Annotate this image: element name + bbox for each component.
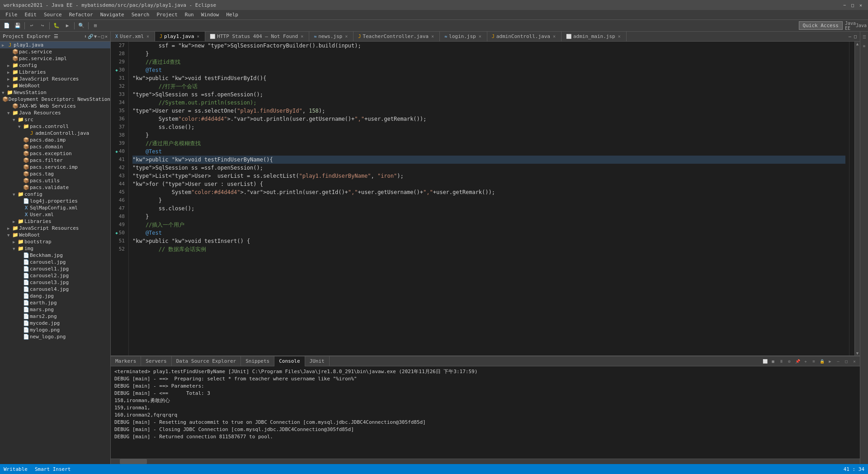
menu-item-help[interactable]: Help [222, 11, 242, 19]
tree-item[interactable]: 📄new_logo.png [0, 333, 110, 340]
tab-close[interactable]: × [430, 34, 435, 39]
tree-item[interactable]: 📦pacs.domain [0, 143, 110, 150]
tree-item[interactable]: 📦pacs.dao.imp [0, 137, 110, 143]
bottom-tab-markers[interactable]: Markers [111, 356, 141, 366]
new-console-btn[interactable]: + [802, 358, 809, 365]
pe-maximize[interactable]: □ [101, 34, 104, 39]
maximize-button[interactable]: □ [849, 1, 856, 9]
console-output[interactable]: <terminated> play1.testFindUserByName [J… [111, 366, 860, 459]
tab-close[interactable]: × [146, 34, 150, 39]
tree-item[interactable]: ▼📁img [0, 245, 110, 252]
tree-item[interactable]: 📦pacs.tag [0, 171, 110, 177]
maximize-btn[interactable]: □ [843, 358, 850, 365]
editor-tab-teacher-controller[interactable]: JTeacherController.java× [354, 32, 440, 42]
tree-item[interactable]: 📄carousel1.jpg [0, 265, 110, 272]
code-content[interactable]: ssf = "kw">new "type">SqlSessionFactoryB… [129, 42, 849, 356]
tree-item[interactable]: ▶📁Libraries [0, 69, 110, 76]
tree-item[interactable]: ▶📁JavaScript Resources [0, 76, 110, 82]
menu-item-project[interactable]: Project [153, 11, 181, 19]
editor-tab-news-jsp[interactable]: ≈news.jsp× [309, 32, 354, 42]
pe-minimize[interactable]: – [98, 34, 100, 39]
toolbar-perspective[interactable]: ⊞ [90, 21, 100, 30]
pe-collapse-all[interactable]: ⬇ [84, 34, 87, 39]
bottom-tab-datasource[interactable]: Data Source Explorer [172, 356, 241, 366]
tree-item[interactable]: XUser.xml [0, 211, 110, 218]
tree-item[interactable]: 📄log4j.properties [0, 198, 110, 204]
clear-btn[interactable]: ⬜ [761, 358, 769, 365]
bottom-tab-console[interactable]: Console [274, 356, 305, 366]
tree-item[interactable]: 📄carousel4.jpg [0, 286, 110, 293]
pause-btn[interactable]: ⏸ [778, 358, 785, 365]
minimize-button[interactable]: − [841, 1, 848, 9]
tree-item[interactable]: 📦pac.service [0, 48, 110, 55]
minimize-btn[interactable]: – [835, 358, 842, 365]
editor-tab-play1-java[interactable]: Jplay1.java× [155, 32, 205, 42]
toolbar-redo[interactable]: ↪ [38, 21, 47, 30]
menu-item-source[interactable]: Source [40, 11, 66, 19]
tree-item[interactable]: ▶📁Libraries [0, 218, 110, 225]
tree-item[interactable]: 📦pacs.exception [0, 150, 110, 157]
toolbar-save[interactable]: 💾 [13, 21, 23, 30]
tree-item[interactable]: 📄mars.png [0, 306, 110, 313]
pe-close[interactable]: ✕ [105, 34, 108, 39]
close-button[interactable]: ✕ [857, 1, 864, 9]
scroll-bottom[interactable]: ▼ [856, 351, 859, 356]
tab-close[interactable]: × [344, 34, 349, 39]
tree-item[interactable]: 📄dang.jpg [0, 293, 110, 299]
tree-item[interactable]: JadminControll.java [0, 130, 110, 137]
tree-item[interactable]: 📦pacs.filter [0, 157, 110, 164]
tree-item[interactable]: 📄carousel.jpg [0, 259, 110, 265]
bottom-tab-snippets[interactable]: Snippets [241, 356, 274, 366]
menu-item-refactor[interactable]: Refactor [66, 11, 97, 19]
tree-item[interactable]: 📄mylogo.png [0, 327, 110, 333]
tab-close[interactable]: × [478, 34, 482, 39]
menu-item-search[interactable]: Search [128, 11, 153, 19]
close-btn[interactable]: ✕ [851, 358, 858, 365]
rs-btn-2[interactable]: ≡ [861, 43, 868, 50]
editor-tab-admin-controll[interactable]: JadminControll.java× [487, 32, 561, 42]
tab-close[interactable]: × [196, 34, 200, 39]
menu-item-navigate[interactable]: Navigate [97, 11, 128, 19]
editor-tab-user-xml[interactable]: XUser.xml× [111, 32, 155, 42]
toolbar-new[interactable]: 📄 [2, 21, 12, 30]
toolbar-java-ee[interactable]: Java EE [845, 21, 855, 30]
tree-item[interactable]: ▼📁src [0, 116, 110, 123]
toolbar-debug[interactable]: 🐛 [52, 21, 61, 30]
editor-tab-http-404[interactable]: ⬜HTTP Status 404 – Not Found× [205, 32, 309, 42]
tree-item[interactable]: 📄carousel3.jpg [0, 279, 110, 286]
pin-btn[interactable]: 📌 [794, 358, 801, 365]
tree-item[interactable]: ▼📁config [0, 191, 110, 198]
tree-item[interactable]: 📄mycode.jpg [0, 320, 110, 327]
tree-item[interactable]: ▼📁Java Resources [0, 109, 110, 116]
toolbar-run[interactable]: ▶ [62, 21, 72, 30]
bottom-scrollbar[interactable] [111, 459, 860, 464]
pe-menu[interactable]: ▼ [94, 34, 97, 39]
open-console-btn[interactable]: ≡ [810, 358, 817, 365]
tree-item[interactable]: ▶📁config [0, 62, 110, 69]
menu-item-run[interactable]: Run [181, 11, 198, 19]
tree-item[interactable]: ▶📁bootstrap [0, 238, 110, 245]
bottom-tab-servers[interactable]: Servers [141, 356, 171, 366]
tree-item[interactable]: ▶Jplay1.java [0, 42, 110, 48]
editor-tab-admin-main[interactable]: ⬜admin_main.jsp× [561, 32, 627, 42]
terminate-btn[interactable]: ■ [769, 358, 777, 365]
menu-item-window[interactable]: Window [198, 11, 223, 19]
tree-item[interactable]: 📄Beckham.jpg [0, 252, 110, 259]
scroll-lock-btn[interactable]: 🔒 [818, 358, 826, 365]
tab-maximize[interactable]: □ [853, 34, 858, 39]
editor-tab-login-jsp[interactable]: ≈login.jsp× [440, 32, 487, 42]
settings-btn[interactable]: ⚙ [786, 358, 793, 365]
tab-minimize[interactable]: – [847, 34, 853, 39]
menu-item-file[interactable]: File [2, 11, 21, 19]
bottom-tab-junit[interactable]: JUnit [305, 356, 330, 366]
tree-item[interactable]: 📦pacs.service.imp [0, 164, 110, 171]
tab-close[interactable]: × [552, 34, 557, 39]
menu-item-edit[interactable]: Edit [21, 11, 41, 19]
tree-item[interactable]: 📦pacs.utils [0, 177, 110, 184]
tab-close[interactable]: × [617, 34, 622, 39]
tree-item[interactable]: ▶📁JavaScript Resources [0, 225, 110, 232]
tree-item[interactable]: 📄mars2.png [0, 313, 110, 320]
tree-item[interactable]: 📦pacs.validate [0, 184, 110, 191]
tree-item[interactable]: ▼📁WebRoot [0, 232, 110, 238]
tree-item[interactable]: ▶📁WebRoot [0, 82, 110, 89]
